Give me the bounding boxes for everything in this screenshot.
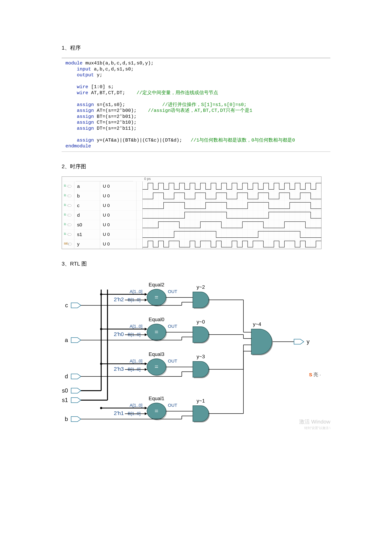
kw: assign [77,138,94,143]
section-title-2: 2、时序图 [62,163,330,170]
signal-name: a [74,181,100,191]
svg-text:in: in [64,222,66,225]
svg-text:out: out [64,242,68,244]
rtl-diagram: cads0s1bEqual2A[1..0]2'h2B[1..0]=OUTEqua… [62,274,321,435]
svg-text:d: d [65,373,68,380]
svg-text:b: b [65,416,68,422]
code: CT=(s==2'b10); [94,120,137,125]
code: BT=(s==2'b01); [94,114,137,119]
kw: endmodule [65,143,91,149]
signal-in-icon: in [62,232,74,237]
section-title-3: 3、RTL 图 [62,260,330,267]
comment: //assign语句表述，AT,BT,CT,DT只有一个是1 [148,108,252,113]
svg-point-259 [100,293,102,295]
code: AT,BT,CT,DT; [88,90,137,96]
wave-row: indU 0 [62,210,321,220]
waveform [143,220,321,229]
code: y; [94,72,102,78]
svg-text:Equal1: Equal1 [149,395,164,401]
svg-text:in: in [64,184,66,187]
waveform [143,201,321,210]
signal-name: s1 [74,230,100,239]
svg-text:Equal0: Equal0 [149,317,164,322]
svg-point-260 [100,328,102,330]
signal-value: U 0 [100,220,136,229]
svg-text:y~4: y~4 [253,321,261,327]
svg-point-261 [100,363,102,365]
signal-value: U 0 [100,230,136,239]
signal-value: U 0 [100,201,136,210]
waveform [143,239,321,249]
wave-row: ins1U 0 [62,229,321,239]
svg-text:y: y [307,338,309,345]
code: mux41b(a,b,c,d,s1,s0,y); [83,61,154,66]
wave-row: outyU 0 [62,239,321,249]
svg-text:A[1..0]: A[1..0] [130,403,142,408]
svg-text:2'h1: 2'h1 [114,410,124,416]
signal-name: s0 [74,220,100,229]
signal-out-icon: out [62,242,74,246]
waveform [143,210,321,220]
signal-value: U 0 [100,191,136,201]
svg-text:=: = [154,328,158,335]
signal-in-icon: in [62,194,74,198]
svg-text:OUT: OUT [168,359,177,363]
kw: output [77,72,94,78]
svg-text:in: in [64,194,66,196]
section-title-1: 1、程序 [62,44,330,51]
svg-point-262 [100,407,102,409]
comment: //1与任何数相与都是该数，0与任何数相与都是0 [191,138,295,143]
svg-text:=: = [154,407,158,414]
kw: assign [77,120,94,125]
svg-text:A[1..0]: A[1..0] [130,289,142,294]
svg-text:A[1..0]: A[1..0] [130,324,142,329]
kw: wire [77,90,88,96]
signal-in-icon: in [62,222,74,227]
svg-text:a: a [65,337,68,343]
kw: assign [77,102,94,107]
kw: assign [77,126,94,131]
svg-text:=: = [154,294,158,301]
time-label: 0 ps [144,177,151,181]
waveform [143,230,321,239]
svg-text:in: in [64,213,66,215]
svg-text:2'h0: 2'h0 [114,331,124,337]
signal-in-icon: in [62,213,74,218]
code: a,b,c,d,s1,s0; [91,67,134,72]
windows-watermark: 激活 Window [299,418,330,425]
waveform [143,191,321,201]
svg-text:y~0: y~0 [197,319,205,325]
svg-text:=: = [154,363,158,370]
svg-text:in: in [64,232,66,235]
windows-watermark-sub: 转到"设置"以激活 \ [304,426,330,430]
waveform [143,181,321,191]
svg-text:OUT: OUT [168,324,177,329]
svg-text:Equal3: Equal3 [149,351,164,357]
kw: wire [77,84,88,90]
signal-name: d [74,210,100,220]
signal-name: y [74,239,100,249]
svg-text:y~1: y~1 [197,398,205,404]
signal-name: c [74,201,100,210]
wave-row: ins0U 0 [62,220,321,229]
wave-row: incU 0 [62,201,321,210]
svg-text:Equal2: Equal2 [149,282,164,288]
svg-text:y~3: y~3 [197,354,205,359]
signal-in-icon: in [62,203,74,208]
code-block: module mux41b(a,b,c,d,s1,s0,y); input a,… [62,58,330,152]
kw: assign [77,114,94,119]
svg-text:2'h2: 2'h2 [114,296,124,302]
comment: //进行并位操作，S[1]=s1,s[0]=s0; [162,102,247,107]
signal-value: U 0 [100,210,136,220]
svg-text:A[1..0]: A[1..0] [130,359,142,363]
kw: assign [77,108,94,113]
svg-text:2'h3: 2'h3 [114,366,124,372]
signal-name: b [74,191,100,201]
svg-text:c: c [65,302,68,309]
code: DT=(s==2'b11); [94,126,137,131]
svg-text:y~2: y~2 [197,284,205,290]
code: [1:0] s; [88,84,114,90]
sogou-badge: S 亮 · [309,372,321,378]
code: AT=(s==2'b00); [94,108,148,113]
signal-value: U 0 [100,181,136,191]
